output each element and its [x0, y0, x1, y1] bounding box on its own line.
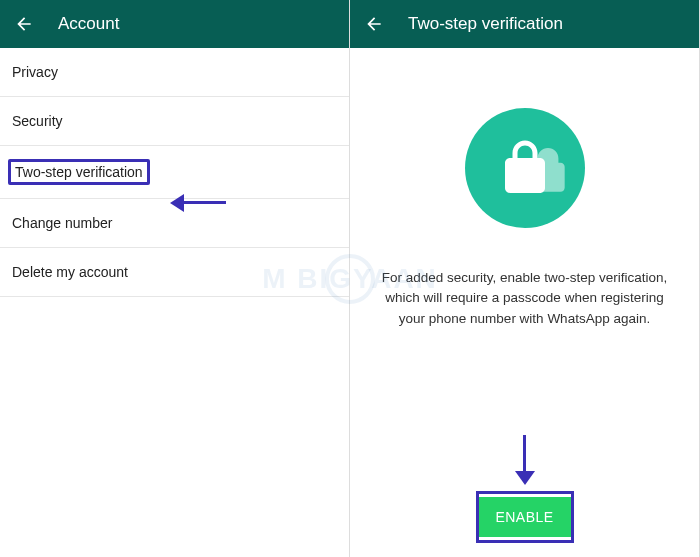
- annotation-arrow-icon: [515, 435, 535, 485]
- content-body: For added security, enable two-step veri…: [350, 48, 699, 557]
- settings-item-security[interactable]: Security: [0, 97, 349, 146]
- settings-item-delete-account[interactable]: Delete my account: [0, 248, 349, 297]
- two-step-verification-screen: Two-step verification For added security…: [350, 0, 700, 557]
- highlight-annotation: Two-step verification: [8, 159, 150, 185]
- settings-item-label: Two-step verification: [15, 164, 143, 180]
- header-bar: Account: [0, 0, 349, 48]
- settings-list: Privacy Security Two-step verification C…: [0, 48, 349, 557]
- enable-button[interactable]: ENABLE: [477, 497, 571, 537]
- page-title: Two-step verification: [408, 14, 563, 34]
- settings-item-privacy[interactable]: Privacy: [0, 48, 349, 97]
- header-bar: Two-step verification: [350, 0, 699, 48]
- annotation-arrow-icon: [170, 192, 230, 212]
- lock-icon: [465, 108, 585, 228]
- page-title: Account: [58, 14, 119, 34]
- back-icon[interactable]: [364, 14, 384, 34]
- account-settings-screen: Account Privacy Security Two-step verifi…: [0, 0, 350, 557]
- back-icon[interactable]: [14, 14, 34, 34]
- description-text: For added security, enable two-step veri…: [350, 268, 699, 329]
